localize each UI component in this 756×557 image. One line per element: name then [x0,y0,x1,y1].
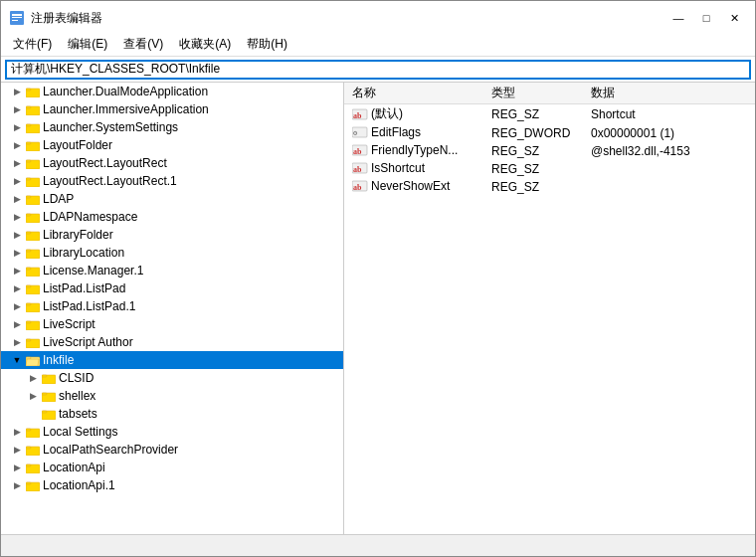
folder-icon [25,227,41,243]
registry-values-table: 名称 类型 数据 ab (默认)REG_SZShortcut⚙ EditFlag… [344,83,755,196]
tree-item-locationapi[interactable]: ▶ LocationApi [1,459,343,476]
expand-arrow: ▶ [9,209,25,225]
tree-item-label: Local Settings [43,423,117,441]
folder-icon [25,442,41,458]
values-pane: 名称 类型 数据 ab (默认)REG_SZShortcut⚙ EditFlag… [344,83,755,534]
folder-icon [25,209,41,225]
tree-item-label: LiveScript [43,315,95,333]
svg-rect-33 [26,339,31,341]
maximize-button[interactable]: □ [693,7,719,29]
tree-item-tabsets[interactable]: tabsets [1,405,343,423]
menu-bar: 文件(F) 编辑(E) 查看(V) 收藏夹(A) 帮助(H) [1,33,755,57]
close-button[interactable]: ✕ [721,7,747,29]
tree-item-locationapi1[interactable]: ▶ LocationApi.1 [1,476,343,494]
tree-item-label: ListPad.ListPad.1 [43,297,135,315]
folder-icon [25,477,41,493]
expand-arrow: ▶ [9,227,25,243]
svg-rect-23 [26,250,31,252]
table-row[interactable]: ab FriendlyTypeN...REG_SZ@shell32.dll,-4… [344,142,755,160]
app-icon [9,10,25,26]
svg-rect-21 [26,232,31,234]
menu-edit[interactable]: 编辑(E) [60,34,115,55]
minimize-button[interactable]: — [665,7,691,29]
tree-item-label: shellex [59,387,95,405]
menu-file[interactable]: 文件(F) [5,34,60,55]
folder-icon [25,245,41,261]
tree-item-livescript[interactable]: ▶ LiveScript [1,315,343,333]
tree-item-layout-folder[interactable]: ▶ LayoutFolder [1,136,343,154]
reg-value-name: ab FriendlyTypeN... [344,142,483,160]
menu-view[interactable]: 查看(V) [115,34,171,55]
svg-rect-31 [26,321,31,323]
svg-text:ab: ab [353,111,362,120]
title-bar-left: 注册表编辑器 [9,10,102,27]
folder-icon [25,119,41,135]
table-row[interactable]: ⚙ EditFlagsREG_DWORD0x00000001 (1) [344,124,755,142]
tree-item-layoutrect1[interactable]: ▶ LayoutRect.LayoutRect.1 [1,172,343,190]
reg-value-name: ab IsShortcut [344,160,483,178]
svg-rect-42 [42,411,47,413]
svg-rect-1 [12,14,22,16]
tree-item-launcher-dualmode[interactable]: ▶ Launcher.DualModeApplication [1,83,343,100]
reg-value-data: Shortcut [583,104,755,124]
expand-arrow: ▶ [9,460,25,475]
reg-value-type: REG_DWORD [483,124,583,142]
table-row[interactable]: ab NeverShowExtREG_SZ [344,178,755,196]
tree-item-label: tabsets [59,405,97,423]
tree-item-label: LDAP [43,190,74,208]
tree-item-local-settings[interactable]: ▶ Local Settings [1,423,343,441]
window-title: 注册表编辑器 [31,10,102,27]
svg-rect-17 [26,196,31,198]
tree-item-listpad[interactable]: ▶ ListPad.ListPad [1,279,343,297]
folder-icon [25,424,41,440]
main-content: ▶ Launcher.DualModeApplication ▶ Launche… [1,83,755,534]
expand-arrow: ▶ [9,316,25,332]
svg-rect-38 [42,375,47,377]
svg-rect-44 [26,429,31,431]
tree-item-label: LocationApi [43,459,105,476]
folder-icon [25,334,41,350]
table-row[interactable]: ab (默认)REG_SZShortcut [344,104,755,124]
tree-item-clsid[interactable]: ▶ CLSID [1,369,343,387]
tree-item-label: LibraryLocation [43,244,124,262]
svg-rect-27 [26,285,31,287]
col-header-data: 数据 [583,83,755,104]
svg-rect-3 [12,20,18,21]
expand-arrow: ▶ [25,370,41,386]
tree-item-shellex[interactable]: ▶ shellex [1,387,343,405]
tree-item-launcher-immersive[interactable]: ▶ Launcher.ImmersiveApplication [1,100,343,118]
folder-icon [41,370,57,386]
svg-text:ab: ab [353,147,362,156]
tree-item-ldapnamespace[interactable]: ▶ LDAPNamespace [1,208,343,226]
menu-help[interactable]: 帮助(H) [239,34,295,55]
tree-item-librarylocation[interactable]: ▶ LibraryLocation [1,244,343,262]
address-input[interactable] [5,60,751,80]
table-row[interactable]: ab IsShortcutREG_SZ [344,160,755,178]
svg-marker-36 [26,359,39,366]
menu-favorites[interactable]: 收藏夹(A) [171,34,239,55]
tree-item-inkfile[interactable]: ▼ Inkfile [1,351,343,369]
svg-rect-9 [26,124,31,126]
tree-item-localpathsearch[interactable]: ▶ LocalPathSearchProvider [1,441,343,459]
svg-rect-7 [26,106,31,108]
tree-item-ldap[interactable]: ▶ LDAP [1,190,343,208]
reg-value-data [583,178,755,196]
tree-item-label: LibraryFolder [43,226,113,244]
tree-item-listpad1[interactable]: ▶ ListPad.ListPad.1 [1,297,343,315]
svg-rect-48 [26,464,31,466]
tree-item-layoutrect[interactable]: ▶ LayoutRect.LayoutRect [1,154,343,172]
folder-icon [25,263,41,278]
tree-item-livescript-author[interactable]: ▶ LiveScript Author [1,333,343,351]
tree-item-label: LayoutRect.LayoutRect [43,154,167,172]
tree-item-libraryfolder[interactable]: ▶ LibraryFolder [1,226,343,244]
tree-item-label: LayoutRect.LayoutRect.1 [43,172,177,190]
registry-editor-window: 注册表编辑器 — □ ✕ 文件(F) 编辑(E) 查看(V) 收藏夹(A) 帮助… [0,0,756,557]
expand-arrow: ▶ [9,424,25,440]
tree-pane: ▶ Launcher.DualModeApplication ▶ Launche… [1,83,344,534]
folder-icon [25,191,41,207]
svg-rect-40 [42,393,47,395]
tree-item-license-manager[interactable]: ▶ License.Manager.1 [1,262,343,279]
reg-value-data: 0x00000001 (1) [583,124,755,142]
tree-item-launcher-system[interactable]: ▶ Launcher.SystemSettings [1,118,343,136]
status-bar [1,534,755,556]
